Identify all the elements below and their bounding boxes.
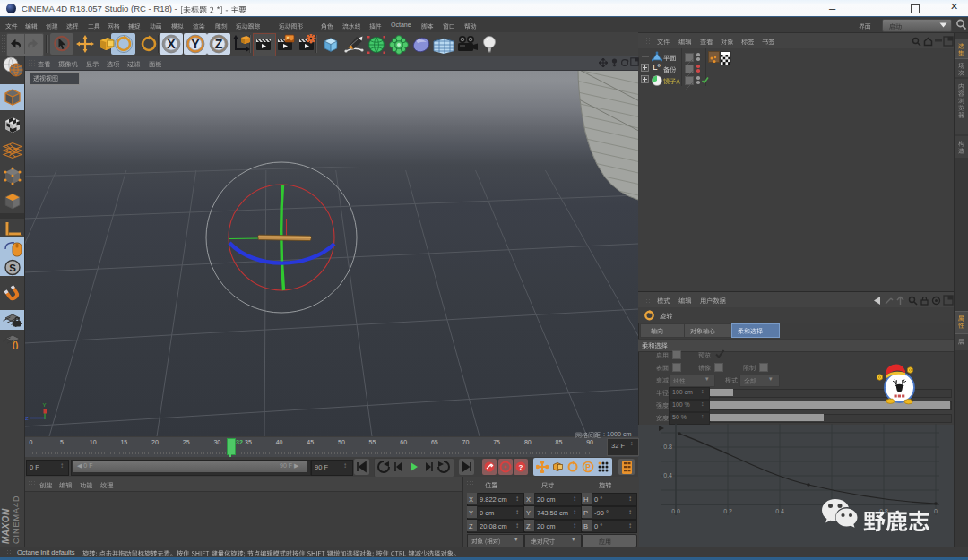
svg-text:?: ? — [519, 463, 523, 471]
svg-text:S: S — [9, 263, 16, 273]
svg-text:X: X — [167, 37, 176, 51]
svg-text:(): () — [13, 340, 19, 349]
svg-text:Z: Z — [25, 416, 29, 421]
svg-text:P: P — [585, 462, 591, 471]
svg-text:0.8: 0.8 — [663, 444, 672, 450]
svg-text:0.4: 0.4 — [775, 508, 784, 514]
svg-text:Y: Y — [43, 402, 47, 408]
svg-text:0: 0 — [934, 508, 938, 514]
svg-text:0.2: 0.2 — [723, 508, 732, 514]
svg-text:Y: Y — [191, 37, 200, 51]
svg-text:0.4: 0.4 — [663, 472, 672, 478]
svg-text:0.0: 0.0 — [671, 508, 680, 514]
svg-text:Z: Z — [215, 37, 223, 51]
